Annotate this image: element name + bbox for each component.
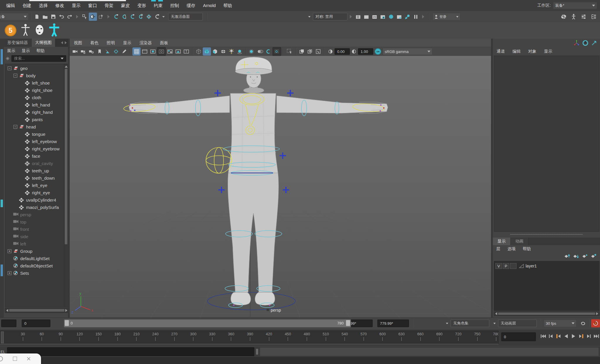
menu-item[interactable]: 控制 [166,0,183,11]
outliner-row[interactable]: face [5,152,68,160]
image-plane-icon[interactable] [104,47,112,56]
create-layer-from-selected-icon[interactable] [591,254,596,258]
single-pane-icon[interactable] [298,47,306,56]
tab-anim-layers[interactable]: 动画 [511,238,529,245]
playback-loop-icon[interactable] [579,319,587,327]
outliner-row[interactable]: persp [5,211,68,218]
close-icon[interactable] [26,356,31,361]
viewport-menu-item[interactable]: 面板 [156,39,172,47]
menu-item[interactable]: 选择 [35,0,52,11]
gamma-field[interactable]: 1.00 [358,48,373,55]
current-time-indicator[interactable] [1,332,4,343]
range-slider[interactable]: 0 780 [64,319,351,327]
login-dropdown[interactable]: 登录 [432,13,461,20]
pause-icon[interactable] [412,13,420,21]
scroll-right-icon[interactable] [65,309,67,312]
menu-item[interactable]: 约束 [150,0,166,11]
step-forward-frame-button[interactable] [585,332,592,340]
menu-item[interactable]: 缓存 [183,0,199,11]
menu-item[interactable]: 骨架 [101,0,117,11]
outliner-row[interactable]: teeth_up [5,167,68,174]
outliner-hscrollbar[interactable] [5,308,69,313]
menu-item[interactable]: 帮助 [219,0,236,11]
viewport-canvas[interactable]: y x z persp [70,56,491,317]
scroll-left-icon[interactable] [6,309,8,312]
camera-icon[interactable] [71,47,79,56]
step-back-frame-button[interactable] [547,332,554,340]
range-slider-left-handle[interactable] [65,320,69,326]
filter-icon[interactable] [6,56,10,61]
redo-icon[interactable] [66,13,74,21]
outliner-row[interactable]: tongue [5,131,68,138]
select-object-icon[interactable] [89,13,97,21]
layer-menu-item[interactable]: 帮助 [519,245,534,252]
outliner-row[interactable]: defaultLightSet [5,255,68,262]
grease-pencil-icon[interactable] [120,47,128,56]
color-management-toggle[interactable]: ON [375,48,381,55]
outliner-row[interactable]: Group [5,248,68,255]
outliner-row[interactable]: left [5,240,68,248]
snap-view-plane-icon[interactable] [153,13,161,21]
scroll-left-icon[interactable] [495,312,497,315]
select-component-icon[interactable] [97,13,105,21]
outliner-row[interactable]: right_shoe [5,87,68,94]
scrollbar-thumb[interactable] [9,309,64,312]
hypershade-icon[interactable] [387,13,395,21]
lighting-icon[interactable] [227,47,236,56]
outliner-row[interactable]: front [5,226,68,233]
chevron-down-icon[interactable] [162,16,165,18]
expander-icon[interactable] [8,66,11,70]
graph-arrow-icon[interactable] [591,40,597,46]
snap-grid-icon[interactable] [112,13,120,21]
chevron-down-icon[interactable] [308,16,311,18]
resolution-gate-icon[interactable] [149,47,157,56]
depth-of-field-icon[interactable] [272,47,281,56]
save-scene-icon[interactable] [49,13,57,21]
layer-menu-item[interactable]: 选项 [504,245,519,252]
gamma-icon[interactable] [350,47,358,56]
undo-icon[interactable] [57,13,66,21]
snap-point-icon[interactable] [128,13,137,21]
scroll-up-icon[interactable] [65,66,68,68]
menu-item[interactable]: Arnold [199,0,219,11]
workspace-dropdown[interactable]: 装备* [553,2,597,9]
panel-splitter-dots[interactable] [510,234,582,235]
expander-icon[interactable] [8,271,11,275]
snap-projected-center-icon[interactable] [137,13,145,21]
command-input[interactable] [7,347,254,356]
camera-settings-gear-icon[interactable] [87,47,96,56]
fps-dropdown[interactable]: 30 fps [544,320,577,327]
snap-curve-icon[interactable] [120,13,128,21]
menu-item[interactable]: 修改 [52,0,68,11]
character-controls-icon[interactable] [570,13,578,21]
range-start-field[interactable]: 0 [22,320,50,327]
layer-menu-item[interactable]: 层 [493,245,504,252]
layer-name[interactable]: layer1 [526,264,537,268]
render-current-frame-icon[interactable] [362,13,371,21]
play-backwards-button[interactable] [562,332,570,340]
tab-display-layers[interactable]: 显示 [493,238,511,245]
auto-key-toggle[interactable] [591,319,600,327]
outliner-row[interactable]: pants [5,116,68,123]
current-frame-field[interactable]: 0 [501,332,536,341]
chevron-down-icon[interactable] [493,323,496,324]
shaded-cube-icon[interactable] [203,47,211,56]
outliner-row[interactable]: maozi_polySurfa [5,204,68,211]
menu-set-dropdown[interactable]: 装备 [0,13,29,20]
anti-aliasing-icon[interactable] [264,47,272,56]
outliner-row[interactable]: geo [5,65,68,72]
menu-item[interactable]: 编辑 [2,0,19,11]
t-pose-figure-cyan-icon[interactable] [49,23,60,38]
new-scene-icon[interactable] [33,13,41,21]
outliner-row[interactable]: left_eyebrow [5,138,68,145]
paint-effects-icon[interactable] [395,13,403,21]
manipulator-axis-icon[interactable] [574,40,579,46]
step-back-key-button[interactable] [555,332,562,340]
outliner-row[interactable]: left_hand [5,101,68,109]
outliner-vscrollbar[interactable] [64,64,68,307]
step-forward-key-button[interactable] [578,332,585,340]
search-input[interactable]: 搜索... [11,55,66,62]
menu-item[interactable]: 显示 [68,0,84,11]
maximize-icon[interactable] [13,357,17,361]
select-hierarchy-icon[interactable] [81,13,89,21]
